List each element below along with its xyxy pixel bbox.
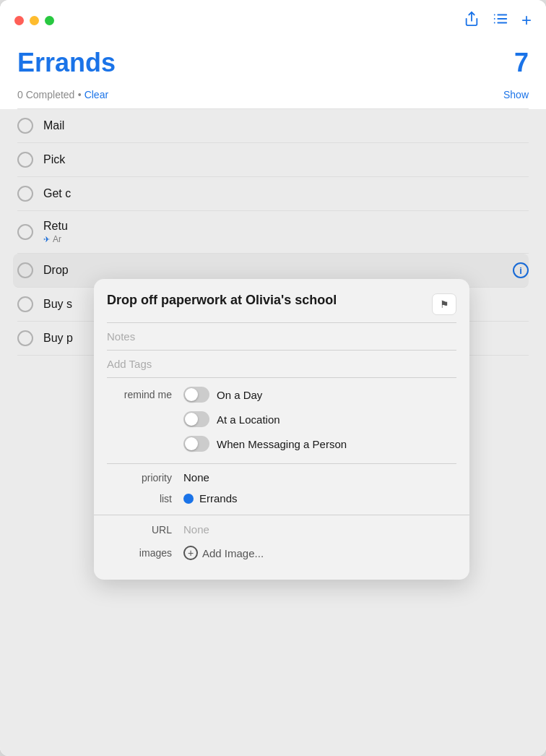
- flag-icon: ⚑: [440, 298, 449, 310]
- app-window: + Errands 7 0 Completed • Clear Show Mai…: [0, 0, 546, 756]
- detail-card: Drop off paperwork at Olivia's school ⚑ …: [94, 279, 469, 580]
- list-color-dot: [183, 494, 194, 504]
- remind-at-location-row: At a Location: [107, 407, 456, 431]
- titlebar: +: [0, 0, 546, 36]
- priority-section: priority None list Errands: [94, 464, 469, 512]
- add-image-icon: +: [183, 546, 198, 560]
- minimize-button[interactable]: [30, 16, 39, 25]
- images-row: images + Add Image...: [107, 541, 456, 565]
- remind-when-messaging-row: When Messaging a Person: [107, 431, 456, 456]
- list-header: Errands 7 0 Completed • Clear Show: [0, 36, 546, 109]
- url-value[interactable]: None: [183, 523, 209, 536]
- at-location-toggle[interactable]: [183, 411, 209, 427]
- share-icon[interactable]: [464, 11, 480, 30]
- list-row: list Errands: [107, 488, 456, 509]
- remind-on-day-row: remind me On a Day: [107, 382, 456, 407]
- priority-value[interactable]: None: [183, 471, 209, 484]
- maximize-button[interactable]: [45, 16, 54, 25]
- item-count: 7: [514, 48, 529, 78]
- notes-field[interactable]: Notes: [94, 323, 469, 350]
- traffic-lights: [14, 16, 54, 25]
- list-icon[interactable]: [493, 11, 508, 30]
- at-location-label: At a Location: [217, 413, 280, 426]
- when-messaging-label: When Messaging a Person: [217, 438, 347, 450]
- completed-info: 0 Completed • Clear: [17, 88, 108, 101]
- on-a-day-label: On a Day: [217, 389, 262, 401]
- priority-row: priority None: [107, 467, 456, 488]
- url-section: URL None images + Add Image...: [94, 515, 469, 568]
- when-messaging-toggle[interactable]: [183, 436, 209, 452]
- reminders-list: Mail Pick Get c Retu ✈ Ar: [0, 109, 546, 756]
- add-image-label: Add Image...: [202, 547, 264, 559]
- images-label: images: [107, 547, 172, 559]
- list-value[interactable]: Errands: [199, 492, 238, 504]
- completed-bar: 0 Completed • Clear Show: [17, 84, 529, 109]
- flag-button[interactable]: ⚑: [432, 293, 456, 315]
- url-row: URL None: [107, 518, 456, 541]
- priority-label: priority: [107, 472, 172, 484]
- on-a-day-toggle[interactable]: [183, 387, 209, 403]
- tags-field[interactable]: Add Tags: [94, 351, 469, 377]
- clear-button[interactable]: Clear: [84, 89, 108, 100]
- detail-header: Drop off paperwork at Olivia's school ⚑: [94, 279, 469, 322]
- detail-title: Drop off paperwork at Olivia's school: [107, 292, 337, 309]
- add-image-button[interactable]: + Add Image...: [183, 546, 264, 560]
- toolbar-actions: +: [464, 10, 532, 30]
- list-label: list: [107, 493, 172, 504]
- completed-text: 0 Completed: [17, 89, 74, 100]
- close-button[interactable]: [14, 16, 24, 25]
- remind-me-section: remind me On a Day At a Location When Me…: [94, 378, 469, 463]
- show-button[interactable]: Show: [503, 89, 529, 100]
- add-icon[interactable]: +: [521, 10, 532, 30]
- remind-me-label: remind me: [107, 389, 172, 400]
- list-title: Errands: [17, 48, 116, 78]
- url-label: URL: [107, 524, 172, 536]
